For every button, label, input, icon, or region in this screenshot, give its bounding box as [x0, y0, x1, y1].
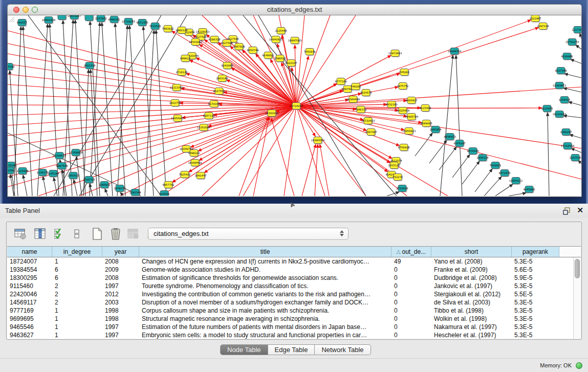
network-node[interactable]: 9463627 [405, 97, 417, 105]
column-header-in_degree[interactable]: in_degree [52, 247, 102, 257]
network-node[interactable]: 7450836 [303, 49, 315, 56]
select-all-checks-icon[interactable] [53, 227, 66, 240]
network-node[interactable]: 1067487 [365, 129, 377, 137]
window-titlebar[interactable]: citations_edges.txt [7, 4, 582, 15]
network-node[interactable]: 924509 [159, 191, 169, 196]
network-edge[interactable] [43, 177, 47, 196]
network-edge[interactable] [564, 74, 581, 78]
column-header-title[interactable]: title [139, 247, 391, 257]
network-node[interactable]: 8454749 [247, 47, 258, 55]
network-node[interactable]: 6379197 [453, 140, 465, 148]
network-node[interactable]: 1167534 [569, 155, 581, 162]
network-node[interactable]: 1350513 [67, 172, 79, 180]
network-edge[interactable] [475, 169, 492, 192]
table-settings-icon[interactable] [14, 227, 27, 240]
network-edge[interactable] [296, 56, 309, 106]
network-node[interactable]: 17359928 [69, 149, 82, 157]
network-node[interactable]: 9227349 [555, 68, 567, 75]
network-node[interactable]: 1117304 [572, 27, 581, 34]
delete-table-icon[interactable] [126, 227, 140, 240]
network-node[interactable]: 19384554 [311, 137, 325, 145]
close-window-button[interactable] [13, 7, 19, 13]
network-edge[interactable] [271, 118, 294, 196]
network-node[interactable]: 13654923 [402, 128, 416, 136]
column-header-name[interactable]: name [7, 247, 52, 257]
network-node[interactable]: 20206576 [53, 152, 66, 160]
network-node[interactable]: 1875751 [397, 83, 408, 91]
resize-grip-icon[interactable] [8, 15, 15, 23]
network-node[interactable]: 1588520 [274, 55, 286, 63]
network-canvas[interactable]: 1872400789129541422605391275088186328932… [7, 15, 582, 197]
network-node[interactable]: 391591 [8, 167, 15, 175]
network-node[interactable]: 10973493 [388, 50, 402, 58]
network-node[interactable]: 10653287 [68, 15, 81, 20]
network-node[interactable]: 2653190 [8, 63, 15, 71]
network-node[interactable]: 9146821 [262, 52, 274, 60]
network-node[interactable]: 6466161 [108, 16, 120, 24]
network-node[interactable]: 9857791 [162, 182, 174, 189]
network-edge[interactable] [75, 20, 85, 196]
network-edge[interactable] [439, 147, 456, 170]
network-edge[interactable] [145, 30, 154, 196]
network-edge[interactable] [571, 148, 581, 152]
network-node[interactable]: 1527602 [95, 15, 106, 23]
tab-edge-table[interactable]: Edge Table [268, 344, 315, 355]
network-node[interactable]: 7463822 [162, 26, 173, 33]
delete-icon[interactable] [109, 227, 122, 240]
network-node[interactable]: 9329966 [561, 53, 573, 61]
network-node[interactable]: 10719155 [122, 18, 135, 26]
network-node[interactable]: 9474444 [467, 148, 479, 156]
network-node[interactable]: 1221967 [529, 15, 541, 23]
network-node[interactable]: 1810755 [169, 100, 181, 107]
column-header-year[interactable]: year [102, 247, 139, 257]
network-node[interactable]: 9671355 [136, 19, 148, 27]
network-node[interactable]: 9699695 [420, 120, 432, 128]
network-node[interactable]: 1244415 [558, 97, 570, 104]
minimize-window-button[interactable] [23, 7, 29, 13]
network-node[interactable]: 7615526 [149, 23, 161, 31]
table-row[interactable]: 1872400712008Changes of HCN gene express… [7, 257, 573, 266]
network-node[interactable]: 9756928 [398, 144, 409, 152]
row-options-icon[interactable] [70, 227, 83, 240]
network-edge[interactable] [509, 193, 526, 196]
network-node[interactable]: 1125449 [275, 28, 287, 35]
network-edge[interactable] [302, 144, 316, 196]
network-edge[interactable] [296, 106, 315, 136]
network-edge[interactable] [484, 177, 502, 196]
network-edge[interactable] [387, 192, 399, 196]
network-edge[interactable] [172, 106, 296, 182]
column-header-short[interactable]: short [431, 247, 512, 257]
network-node[interactable]: 989612 [180, 55, 190, 63]
network-edge[interactable] [296, 15, 330, 106]
network-edge[interactable] [296, 20, 531, 106]
network-node[interactable]: 1569297 [560, 129, 572, 137]
table-row[interactable]: 1938455462009Genome-wide association stu… [7, 266, 573, 274]
network-edge[interactable] [296, 15, 304, 106]
column-show-icon[interactable] [33, 227, 47, 240]
network-node[interactable]: 8471676 [498, 170, 510, 178]
network-node[interactable]: 9170044 [208, 101, 220, 108]
network-node[interactable]: 7932621 [489, 162, 501, 170]
network-node[interactable]: 1095810 [98, 182, 110, 189]
network-node[interactable]: 19697093 [288, 37, 301, 45]
network-node[interactable]: 9115460 [419, 105, 431, 113]
network-node[interactable]: 8938923 [444, 134, 455, 141]
zoom-window-button[interactable] [32, 7, 38, 13]
network-node[interactable]: 3624574 [360, 90, 372, 97]
network-node[interactable]: 2601534 [83, 62, 96, 70]
tab-node-table[interactable]: Node Table [220, 344, 268, 355]
table-row[interactable]: 946554611997Estimation of the future num… [7, 323, 573, 331]
network-edge[interactable] [495, 184, 513, 196]
network-edge[interactable] [569, 102, 581, 105]
network-node[interactable]: 745083 [399, 69, 409, 77]
network-edge[interactable] [296, 106, 407, 196]
network-node[interactable]: 8322037 [285, 60, 297, 68]
network-node[interactable]: 1678275 [114, 185, 125, 193]
network-node[interactable]: 10654945 [171, 115, 184, 123]
network-edge[interactable] [440, 55, 453, 196]
network-node[interactable]: 12093872 [553, 82, 566, 90]
network-node[interactable]: 9245892 [523, 186, 535, 194]
network-edge[interactable] [105, 189, 108, 196]
network-node[interactable]: 16210643 [553, 111, 566, 119]
network-edge[interactable] [570, 135, 581, 138]
